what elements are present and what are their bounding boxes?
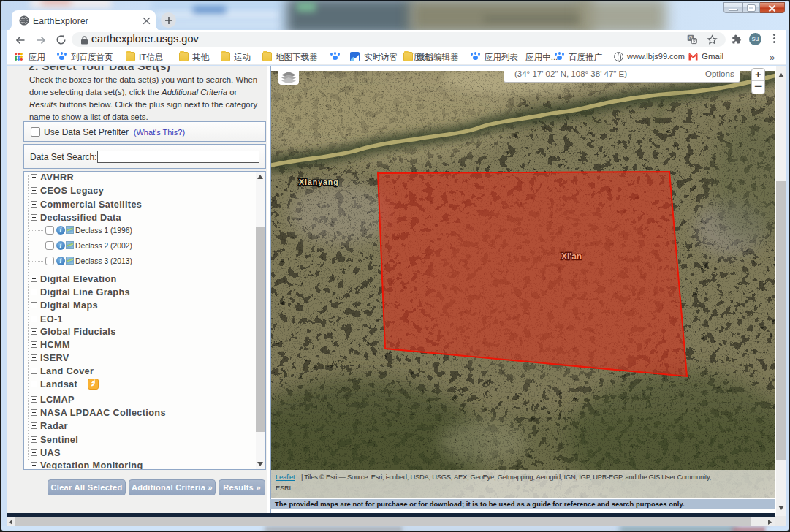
svg-text:ESRI: ESRI xyxy=(276,484,291,492)
svg-text:Xianyang: Xianyang xyxy=(299,178,339,186)
svg-text:| Tiles © Esri — Source: Esri,: | Tiles © Esri — Source: Esri, i-cubed, … xyxy=(301,473,711,481)
svg-text:XI'an: XI'an xyxy=(561,251,582,262)
svg-text:Leaflet: Leaflet xyxy=(276,473,295,481)
